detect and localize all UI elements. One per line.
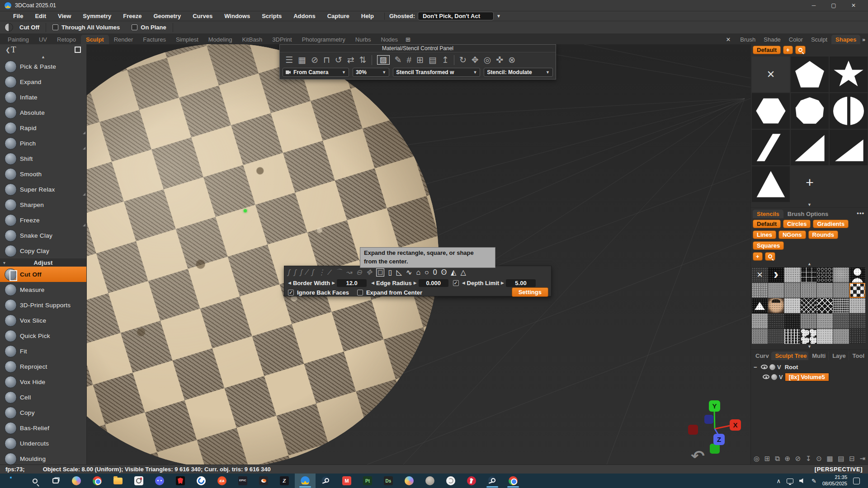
menu-item[interactable]: Scripts (256, 13, 288, 19)
stencil-thumbnail[interactable] (833, 283, 849, 298)
material-panel-icon[interactable]: ✜ (496, 56, 503, 64)
tree-action-icon[interactable]: ▤ (838, 455, 844, 463)
right-panel-tab[interactable]: Brush (736, 35, 760, 44)
taskbar-app-icon[interactable] (461, 474, 482, 488)
stencils-tab[interactable]: Stencils (753, 210, 783, 218)
stroke-mode-icon[interactable]: ▯ (388, 269, 392, 276)
stepper-right-icon[interactable]: ▶ (501, 281, 504, 285)
taskbar-app-icon[interactable]: EPIC (232, 474, 253, 488)
parameter-stepper[interactable]: ◀ Edge Radius ▶ 0.000 (371, 279, 448, 287)
taskbar-app-icon[interactable] (191, 474, 212, 488)
stencil-thumbnail[interactable] (784, 267, 800, 282)
pen-icon[interactable]: ✎ (811, 478, 816, 484)
sidebar-tool[interactable]: Undercuts (0, 436, 86, 451)
tree-panel-tab[interactable]: Curv (752, 352, 771, 360)
stroke-mode-icon[interactable]: ○ (425, 269, 429, 276)
sidebar-tool[interactable]: Vox Hide (0, 374, 86, 389)
sidebar-tool[interactable]: Inflate (0, 89, 86, 105)
right-panel-tab[interactable]: Shade (760, 35, 785, 44)
stencil-thumbnail[interactable] (801, 283, 816, 298)
stencil-thumbnail[interactable] (833, 298, 849, 313)
material-panel-icon[interactable]: ⊘ (311, 56, 318, 64)
option-checkbox[interactable]: Expand from Center (357, 289, 422, 296)
workspace-tab[interactable]: Photogrammetry (297, 35, 350, 44)
stencil-thumbnail[interactable] (752, 267, 768, 282)
parameter-value[interactable]: 5.00 (506, 279, 536, 287)
tree-action-icon[interactable]: ▦ (826, 455, 833, 463)
workspace-tab[interactable]: Nurbs (350, 35, 376, 44)
toolbar-checkbox[interactable]: Through All Volumes (52, 24, 120, 31)
parameter-stepper[interactable]: ◀ Depth Limit ▶ 5.00 (453, 279, 536, 287)
stencil-thumbnail[interactable] (849, 314, 865, 328)
shape-tile[interactable] (752, 93, 790, 129)
workspace-tab[interactable]: UV (34, 35, 52, 44)
material-panel-icon[interactable]: ◎ (484, 56, 491, 64)
material-panel-icon[interactable]: ⊗ (508, 56, 515, 64)
material-panel-icon[interactable]: ✎ (395, 56, 402, 64)
menu-item[interactable]: Geometry (147, 13, 187, 19)
sidebar-tool[interactable]: Rapid (0, 120, 86, 136)
sculpt-tree-row[interactable]: − V [8x] Volume5 (752, 372, 867, 382)
volume-sphere-icon[interactable] (769, 364, 775, 370)
stencil-thumbnail[interactable] (801, 298, 816, 313)
tree-panel-tab[interactable]: Tool (849, 352, 867, 360)
stencils-tab[interactable]: Brush Options (783, 210, 832, 218)
stencil-thumbnail[interactable] (833, 329, 849, 344)
stencil-category-chip[interactable]: NGons (778, 230, 806, 239)
sidebar-tool[interactable]: Pick & Paste (0, 59, 86, 74)
shape-tile[interactable]: ✕ (752, 56, 790, 92)
stencil-thumbnail[interactable] (752, 298, 768, 313)
stencil-thumbnail[interactable] (801, 329, 816, 344)
scroll-down-icon[interactable]: ▼ (751, 345, 868, 349)
taskbar-app-icon[interactable] (170, 474, 191, 488)
stroke-mode-icon[interactable]: ʘ (441, 269, 447, 276)
stencil-thumbnail[interactable] (768, 314, 784, 328)
taskbar-app-icon[interactable] (87, 474, 108, 488)
maximize-button[interactable]: ▢ (824, 2, 844, 9)
undo-arrow-icon[interactable]: ↶ (691, 447, 705, 465)
taskbar-app-icon[interactable] (45, 474, 66, 488)
scroll-up-icon[interactable]: ▲ (0, 55, 86, 59)
stencil-thumbnail[interactable] (817, 298, 833, 313)
sidebar-tool[interactable]: Fit (0, 343, 86, 359)
taskbar-app-icon[interactable] (316, 474, 336, 488)
stencil-thumbnail[interactable] (784, 298, 800, 313)
material-panel-icon[interactable]: ▦ (298, 56, 306, 64)
taskbar-app-icon[interactable] (24, 474, 45, 488)
menu-item[interactable]: Addons (288, 13, 321, 19)
shape-tile[interactable] (791, 56, 829, 92)
stencil-thumbnail[interactable] (849, 283, 865, 298)
stencil-thumbnail[interactable] (849, 329, 865, 344)
right-panel-tab[interactable]: Shapes (831, 35, 860, 44)
checkbox-icon[interactable] (357, 290, 363, 296)
stencil-category-chip[interactable]: Gradients (813, 220, 849, 228)
stroke-mode-icon[interactable]: ⁄ (307, 269, 308, 276)
visibility-eye-icon[interactable] (763, 375, 769, 379)
tree-action-icon[interactable]: ◎ (754, 455, 760, 463)
workspace-tab[interactable]: Sculpt (81, 35, 109, 44)
sidebar-tool[interactable]: Cut Off (0, 267, 86, 282)
stencil-thumbnail[interactable] (833, 314, 849, 328)
stroke-mode-icon[interactable]: ⋮ (318, 269, 325, 276)
stroke-mode-icon[interactable]: ◺ (396, 269, 402, 276)
stroke-mode-icon[interactable]: ✥ (366, 269, 372, 276)
parameter-value[interactable]: 12.0 (337, 279, 367, 287)
stencil-thumbnail[interactable] (784, 283, 800, 298)
shapes-folder-chip[interactable]: Default (753, 46, 781, 54)
shape-tile[interactable] (752, 130, 790, 165)
material-dropdown[interactable]: 30% ▼ (353, 68, 389, 77)
menu-item[interactable]: Capture (321, 13, 355, 19)
minimize-button[interactable]: ─ (804, 2, 824, 9)
stencil-thumbnail[interactable] (849, 267, 865, 282)
sidebar-tool[interactable]: Sharpen (0, 197, 86, 212)
taskbar-app-icon[interactable] (399, 474, 420, 488)
stroke-mode-icon[interactable]: 0 (433, 269, 437, 276)
sidebar-tool[interactable]: Copy Clay (0, 243, 86, 258)
search-shapes-button[interactable] (795, 46, 806, 54)
stroke-mode-icon[interactable]: ʃ (312, 269, 314, 276)
sidebar-tool[interactable]: Bas-Relief (0, 420, 86, 436)
close-panel-icon[interactable]: ✕ (721, 35, 735, 44)
menu-item[interactable]: Help (355, 13, 380, 19)
tree-action-icon[interactable]: ⊙ (816, 455, 822, 463)
stencil-thumbnail[interactable] (784, 314, 800, 328)
